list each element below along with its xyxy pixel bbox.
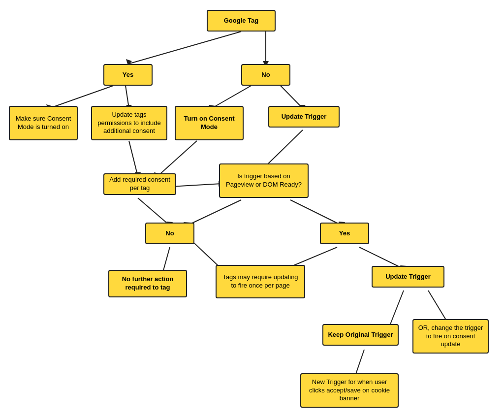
is-trigger-based-node: Is trigger based on Pageview or DOM Read… xyxy=(219,163,309,198)
svg-line-24 xyxy=(290,200,342,226)
tags-may-node: Tags may require updating to fire once p… xyxy=(216,265,305,298)
google-tag-node: Google Tag xyxy=(207,10,276,32)
no-top-node: No xyxy=(241,64,290,86)
flowchart: Google Tag Yes No Make sure Consent Mode… xyxy=(0,0,504,420)
svg-line-16 xyxy=(138,198,170,226)
make-consent-node: Make sure Consent Mode is turned on xyxy=(9,106,78,140)
yes-node: Yes xyxy=(103,64,153,86)
add-required-consent-node: Add required consent per tag xyxy=(103,173,176,195)
turn-on-consent-node: Turn on Consent Mode xyxy=(175,106,244,140)
no-further-node: No further action required to tag xyxy=(108,270,187,297)
new-trigger-node: New Trigger for when user clicks accept/… xyxy=(300,373,399,408)
svg-line-36 xyxy=(428,291,448,323)
svg-line-4 xyxy=(49,86,113,108)
arrows-svg xyxy=(0,0,504,420)
update-trigger-top-node: Update Trigger xyxy=(268,106,340,128)
svg-line-14 xyxy=(158,141,197,176)
keep-original-node: Keep Original Trigger xyxy=(322,324,399,346)
svg-line-22 xyxy=(187,200,241,226)
update-trigger-right-node: Update Trigger xyxy=(372,266,444,288)
svg-line-8 xyxy=(212,86,251,108)
svg-line-12 xyxy=(129,141,138,176)
yes-mid-node: Yes xyxy=(320,223,369,244)
no-mid-node: No xyxy=(145,223,194,244)
svg-line-34 xyxy=(389,291,404,328)
update-tags-perms-node: Update tags permissions to include addit… xyxy=(91,106,167,140)
svg-line-0 xyxy=(128,32,241,64)
svg-line-10 xyxy=(281,86,303,108)
or-change-node: OR, change the trigger to fire on consen… xyxy=(412,319,489,354)
svg-line-6 xyxy=(126,86,129,108)
svg-line-20 xyxy=(264,130,303,167)
